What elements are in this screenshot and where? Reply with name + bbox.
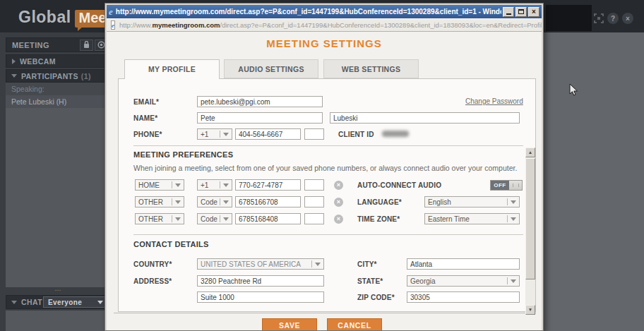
- cancel-button[interactable]: CANCEL: [327, 318, 382, 331]
- section-divider: [133, 145, 523, 146]
- address-line2-field[interactable]: [197, 291, 324, 303]
- chevron-down-icon: [11, 74, 17, 78]
- saved-phone-number-field[interactable]: [235, 213, 301, 224]
- name-label: NAME*: [133, 114, 157, 122]
- minimize-button[interactable]: [503, 7, 514, 17]
- maximize-icon: [518, 9, 524, 14]
- tab-web-settings[interactable]: WEB SETTINGS: [323, 59, 419, 78]
- saved-phone-code-select[interactable]: Code: [197, 213, 232, 224]
- scrollbar[interactable]: ▲ ▼: [525, 148, 535, 315]
- contact-details-header: CONTACT DETAILS: [133, 240, 209, 248]
- meeting-section-label: MEETING: [12, 41, 49, 49]
- saved-phone-code-select[interactable]: Code: [197, 196, 232, 207]
- saved-phone-code-select[interactable]: +1: [197, 179, 232, 191]
- participants-count: (1): [81, 72, 91, 80]
- chat-audience-select[interactable]: Everyone: [43, 296, 108, 308]
- address-bar[interactable]: e http://www.mymeetingroom.com/direct.as…: [107, 18, 542, 32]
- email-label: EMAIL*: [133, 98, 159, 106]
- participants-list-body: [6, 108, 110, 287]
- chat-audience-value: Everyone: [48, 299, 82, 306]
- remove-phone-icon[interactable]: ×: [334, 181, 343, 190]
- toggle-off-state: OFF: [491, 181, 509, 190]
- remove-phone-icon[interactable]: ×: [334, 198, 343, 207]
- saved-phone-number-field[interactable]: [235, 179, 301, 191]
- zip-code-field[interactable]: [407, 291, 520, 303]
- window-titlebar[interactable]: e http://www.mymeetingroom.com/direct.as…: [107, 5, 542, 18]
- chevron-down-icon: [175, 200, 181, 204]
- change-password-link[interactable]: Change Password: [465, 97, 523, 105]
- zip-code-label: ZIP CODE*: [357, 294, 395, 301]
- saved-phone-type-select[interactable]: OTHER: [135, 196, 184, 207]
- sidebar-section-webcam[interactable]: WEBCAM: [6, 54, 110, 68]
- panel-splitter-handle[interactable]: ⋯: [6, 287, 110, 295]
- chevron-down-icon: [223, 217, 229, 221]
- chevron-down-icon: [11, 301, 17, 304]
- saved-phone-type-select[interactable]: HOME: [135, 179, 184, 191]
- chevron-down-icon: [223, 183, 229, 187]
- address-url: http://www.mymeetingroom.com/direct.asp?…: [119, 21, 542, 29]
- chevron-down-icon: [175, 217, 181, 221]
- tab-audio-settings[interactable]: AUDIO SETTINGS: [224, 59, 318, 78]
- timezone-select[interactable]: Eastern Time: [424, 213, 520, 224]
- video-preview-off: [546, 5, 592, 31]
- chevron-down-icon: [223, 200, 229, 204]
- address-line1-field[interactable]: [197, 275, 324, 287]
- saved-phone-number-field[interactable]: [235, 196, 301, 207]
- phone-label: PHONE*: [133, 131, 162, 138]
- scroll-down-button[interactable]: ▼: [525, 305, 535, 315]
- state-select[interactable]: Georgia: [407, 275, 520, 287]
- meeting-preferences-header: MEETING PREFERENCES: [133, 150, 233, 159]
- window-content: MEETING SETTINGS MY PROFILE AUDIO SETTIN…: [107, 32, 542, 330]
- browser-popup-window: e http://www.mymeetingroom.com/direct.as…: [105, 3, 544, 331]
- sidebar-section-participants[interactable]: PARTICIPANTS (1): [6, 69, 110, 83]
- maximize-button[interactable]: [515, 7, 527, 17]
- mouse-cursor: [569, 83, 578, 100]
- splitter-dots-icon: ⋯: [55, 287, 61, 294]
- email-field[interactable]: [197, 96, 323, 107]
- save-button[interactable]: SAVE: [262, 318, 317, 331]
- saved-phone-ext-field[interactable]: [304, 196, 324, 207]
- auto-connect-toggle[interactable]: OFF: [490, 180, 523, 191]
- logo-global-text: Global: [18, 8, 71, 26]
- toggle-knob[interactable]: [509, 181, 522, 190]
- language-select[interactable]: English: [424, 196, 520, 207]
- city-field[interactable]: [407, 258, 520, 270]
- help-icon[interactable]: ?: [607, 13, 619, 24]
- sidebar-section-chat[interactable]: CHAT Everyone: [6, 295, 110, 309]
- chevron-down-icon: [511, 279, 516, 283]
- chevron-right-icon: [12, 59, 16, 64]
- saved-phone-ext-field[interactable]: [304, 213, 324, 224]
- participant-row[interactable]: Pete Lubeski (H): [6, 95, 110, 108]
- close-icon: ×: [532, 8, 536, 16]
- saved-phone-ext-field[interactable]: [304, 179, 324, 191]
- language-label: LANGUAGE*: [357, 198, 402, 206]
- remove-phone-icon[interactable]: ×: [334, 215, 343, 224]
- exit-meeting-icon[interactable]: ×: [622, 13, 633, 24]
- globalmeet-app: GlobalMeet™ ? × MEETING WEBCAM: [0, 0, 644, 331]
- lock-icon: [83, 41, 90, 49]
- saved-phone-type-select[interactable]: OTHER: [135, 213, 184, 224]
- scrollbar-thumb[interactable]: [525, 158, 535, 279]
- last-name-field[interactable]: [330, 112, 520, 124]
- country-select[interactable]: UNITED STATES OF AMERICA: [197, 258, 324, 270]
- sidebar-section-meeting[interactable]: MEETING: [6, 37, 110, 52]
- minimize-icon: [506, 13, 511, 15]
- scroll-up-button[interactable]: ▲: [525, 148, 535, 157]
- phone-ext-field[interactable]: [304, 128, 324, 140]
- fullscreen-icon[interactable]: [594, 13, 604, 23]
- section-divider: [133, 234, 523, 235]
- address-label: ADDRESS*: [133, 277, 172, 285]
- tab-my-profile[interactable]: MY PROFILE: [124, 59, 220, 79]
- first-name-field[interactable]: [197, 112, 323, 124]
- phone-number-field[interactable]: [235, 128, 301, 140]
- preferences-description: When joining a meeting, select from one …: [133, 164, 517, 172]
- phone-country-select[interactable]: +1: [197, 128, 232, 140]
- page-title: MEETING SETTINGS: [107, 37, 542, 49]
- window-title: http://www.mymeetingroom.com/direct.asp?…: [116, 8, 501, 16]
- lock-meeting-button[interactable]: [80, 40, 93, 51]
- chat-body: [6, 311, 110, 331]
- scroll-down-icon: ▼: [528, 307, 532, 312]
- country-label: COUNTRY*: [133, 260, 172, 268]
- close-button[interactable]: ×: [528, 7, 539, 17]
- participants-section-label: PARTICIPANTS: [21, 72, 78, 80]
